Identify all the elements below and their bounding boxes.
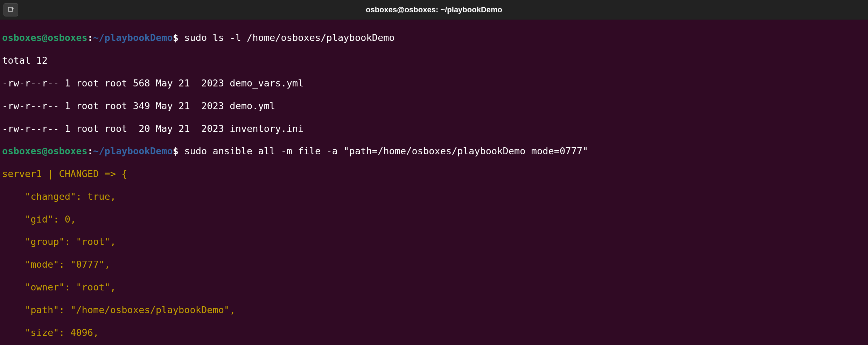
ls-row-2: -rw-r--r-- 1 root root 349 May 21 2023 d… xyxy=(2,100,866,112)
command-2: sudo ansible all -m file -a "path=/home/… xyxy=(184,146,588,156)
prompt-symbol: $ xyxy=(173,146,178,156)
ls-row-1: -rw-r--r-- 1 root root 568 May 21 2023 d… xyxy=(2,78,866,89)
window-titlebar: osboxes@osboxes: ~/playbookDemo xyxy=(0,0,868,20)
ansible-line-3: "group": "root", xyxy=(2,236,866,247)
ansible-line-4: "mode": "0777", xyxy=(2,259,866,270)
window-title: osboxes@osboxes: ~/playbookDemo xyxy=(366,5,502,14)
ansible-line-5: "owner": "root", xyxy=(2,282,866,293)
prompt-path: ~/playbookDemo xyxy=(93,32,173,43)
prompt-path: ~/playbookDemo xyxy=(93,146,173,156)
command-1: sudo ls -l /home/osboxes/playbookDemo xyxy=(184,32,394,43)
ansible-line-2: "gid": 0, xyxy=(2,214,866,225)
ls-total: total 12 xyxy=(2,55,866,66)
terminal-area[interactable]: osboxes@osboxes:~/playbookDemo$ sudo ls … xyxy=(0,20,868,345)
new-tab-button[interactable] xyxy=(4,3,18,16)
ls-row-3: -rw-r--r-- 1 root root 20 May 21 2023 in… xyxy=(2,123,866,134)
prompt-userhost: osboxes@osboxes xyxy=(2,146,88,156)
prompt-line-1: osboxes@osboxes:~/playbookDemo$ sudo ls … xyxy=(2,32,866,43)
prompt-symbol: $ xyxy=(173,32,178,43)
new-tab-icon xyxy=(8,7,14,13)
ansible-header: server1 | CHANGED => { xyxy=(2,168,866,179)
ansible-line-7: "size": 4096, xyxy=(2,327,866,338)
ansible-line-1: "changed": true, xyxy=(2,191,866,202)
svg-rect-0 xyxy=(8,7,13,12)
ansible-line-6: "path": "/home/osboxes/playbookDemo", xyxy=(2,304,866,316)
prompt-userhost: osboxes@osboxes xyxy=(2,32,88,43)
prompt-line-2: osboxes@osboxes:~/playbookDemo$ sudo ans… xyxy=(2,146,866,157)
prompt-colon: : xyxy=(88,32,93,43)
prompt-colon: : xyxy=(88,146,93,156)
